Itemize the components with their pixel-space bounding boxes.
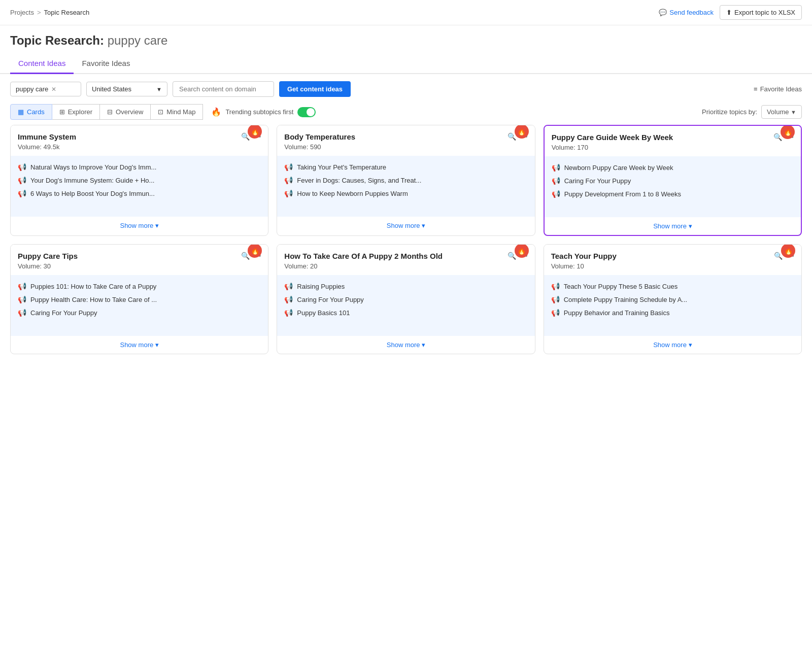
show-more-body-temperatures[interactable]: Show more ▾	[277, 217, 534, 234]
send-feedback-button[interactable]: 💬 Send feedback	[659, 9, 714, 16]
card-content-teach-your-puppy: 📢 Teach Your Puppy These 5 Basic Cues 📢 …	[544, 275, 801, 336]
card-content-how-to-take-care: 📢 Raising Puppies 📢 Caring For Your Pupp…	[277, 275, 534, 336]
card-volume-teach-your-puppy: Volume: 10	[551, 262, 794, 270]
explorer-icon: ⊞	[59, 108, 65, 116]
card-item: 📢 Puppy Basics 101	[284, 309, 527, 317]
card-content-puppy-care-tips: 📢 Puppies 101: How to Take Care of a Pup…	[11, 275, 268, 336]
show-more-puppy-care-guide[interactable]: Show more ▾	[545, 217, 801, 235]
page-header: Topic Research: puppy care	[0, 25, 812, 48]
card-title-body-temperatures: Body Temperatures	[284, 132, 507, 141]
card-content-body-temperatures: 📢 Taking Your Pet's Temperature 📢 Fever …	[277, 156, 534, 217]
card-how-to-take-care: 🔥 How To Take Care Of A Puppy 2 Months O…	[277, 244, 535, 354]
trending-toggle-switch[interactable]	[297, 107, 316, 117]
breadcrumb-current: Topic Research	[44, 9, 90, 16]
breadcrumb: Projects > Topic Research	[10, 9, 89, 16]
country-selector[interactable]: United States ▼	[86, 82, 167, 96]
card-header-teach-your-puppy: Teach Your Puppy 🔍 ••• Volume: 10	[544, 245, 801, 275]
card-item: 📢 Natural Ways to Improve Your Dog's Imm…	[18, 163, 261, 171]
keyword-input[interactable]: puppy care ✕	[10, 82, 81, 96]
trending-toggle: 🔥 Trending subtopics first	[211, 107, 316, 117]
show-more-teach-your-puppy[interactable]: Show more ▾	[544, 336, 801, 354]
card-content-immune-system: 📢 Natural Ways to Improve Your Dog's Imm…	[11, 156, 268, 217]
card-title-how-to-take-care: How To Take Care Of A Puppy 2 Months Old	[284, 252, 507, 260]
card-header-immune-system: Immune System 🔍 ••• Volume: 49.5k	[11, 125, 268, 156]
megaphone-icon: 📢	[284, 282, 293, 290]
card-teach-your-puppy: 🔥 Teach Your Puppy 🔍 ••• Volume: 10 📢 Te…	[544, 244, 802, 354]
top-bar: Projects > Topic Research 💬 Send feedbac…	[0, 0, 812, 25]
prioritize-volume-select[interactable]: Volume ▼	[761, 105, 802, 119]
export-button[interactable]: ⬆ Export topic to XLSX	[720, 5, 802, 20]
show-more-puppy-care-tips[interactable]: Show more ▾	[11, 336, 268, 354]
megaphone-icon: 📢	[551, 295, 560, 303]
get-ideas-button[interactable]: Get content ideas	[279, 81, 351, 97]
card-content-puppy-care-guide: 📢 Newborn Puppy Care Week by Week 📢 Cari…	[545, 156, 801, 217]
fire-badge-how-to-take-care: 🔥	[515, 244, 529, 258]
card-item: 📢 Your Dog's Immune System: Guide + Ho..…	[18, 176, 261, 184]
card-item: 📢 Puppy Behavior and Training Basics	[551, 309, 794, 317]
overview-icon: ⊟	[107, 108, 113, 116]
card-volume-puppy-care-tips: Volume: 30	[18, 262, 261, 270]
fire-badge-body-temperatures: 🔥	[515, 125, 529, 139]
controls-bar: puppy care ✕ United States ▼ Get content…	[0, 74, 812, 104]
card-title-immune-system: Immune System	[18, 132, 241, 141]
tab-favorite-ideas[interactable]: Favorite Ideas	[74, 54, 138, 74]
domain-search-input[interactable]	[173, 81, 274, 97]
card-title-puppy-care-tips: Puppy Care Tips	[18, 252, 241, 260]
card-volume-how-to-take-care: Volume: 20	[284, 262, 527, 270]
megaphone-icon: 📢	[552, 190, 560, 198]
show-more-immune-system[interactable]: Show more ▾	[11, 217, 268, 234]
card-volume-immune-system: Volume: 49.5k	[18, 143, 261, 151]
megaphone-icon: 📢	[551, 309, 560, 317]
card-immune-system: 🔥 Immune System 🔍 ••• Volume: 49.5k 📢 Na…	[10, 125, 268, 236]
fire-badge-teach-your-puppy: 🔥	[781, 244, 795, 258]
list-icon: ≡	[754, 85, 758, 93]
cards-grid: 🔥 Immune System 🔍 ••• Volume: 49.5k 📢 Na…	[0, 125, 812, 364]
view-explorer-button[interactable]: ⊞ Explorer	[52, 104, 100, 120]
megaphone-icon: 📢	[284, 295, 293, 303]
card-title-puppy-care-guide: Puppy Care Guide Week By Week	[552, 133, 774, 142]
card-item: 📢 Newborn Puppy Care Week by Week	[552, 163, 794, 172]
card-volume-puppy-care-guide: Volume: 170	[552, 144, 794, 151]
card-item: 📢 Fever in Dogs: Causes, Signs, and Trea…	[284, 176, 527, 184]
megaphone-icon: 📢	[18, 163, 26, 171]
card-item: 📢 Puppies 101: How to Take Care of a Pup…	[18, 282, 261, 290]
view-switcher-bar: ▦ Cards ⊞ Explorer ⊟ Overview ⊡ Mind Map…	[0, 104, 812, 125]
feedback-icon: 💬	[659, 9, 667, 16]
megaphone-icon: 📢	[552, 177, 560, 185]
show-more-how-to-take-care[interactable]: Show more ▾	[277, 336, 534, 354]
prioritize-bar: Prioritize topics by: Volume ▼	[702, 105, 802, 119]
megaphone-icon: 📢	[284, 309, 293, 317]
fire-badge-puppy-care-guide: 🔥	[781, 125, 795, 139]
card-puppy-care-tips: 🔥 Puppy Care Tips 🔍 ••• Volume: 30 📢 Pup…	[10, 244, 268, 354]
card-item: 📢 Puppy Development From 1 to 8 Weeks	[552, 190, 794, 198]
view-cards-button[interactable]: ▦ Cards	[10, 104, 52, 120]
chevron-down-icon: ▼	[156, 86, 162, 92]
card-header-body-temperatures: Body Temperatures 🔍 ••• Volume: 590	[277, 125, 534, 156]
megaphone-icon: 📢	[18, 176, 26, 184]
card-header-how-to-take-care: How To Take Care Of A Puppy 2 Months Old…	[277, 245, 534, 275]
card-puppy-care-guide: 🔥 Puppy Care Guide Week By Week 🔍 ••• Vo…	[544, 125, 802, 236]
view-mindmap-button[interactable]: ⊡ Mind Map	[151, 104, 203, 120]
chevron-down-volume-icon: ▼	[791, 109, 796, 115]
view-overview-button[interactable]: ⊟ Overview	[100, 104, 151, 120]
breadcrumb-projects[interactable]: Projects	[10, 9, 34, 16]
card-item: 📢 6 Ways to Help Boost Your Dog's Immun.…	[18, 189, 261, 197]
megaphone-icon: 📢	[284, 176, 293, 184]
card-title-teach-your-puppy: Teach Your Puppy	[551, 252, 774, 260]
page-title: Topic Research: puppy care	[10, 33, 802, 48]
megaphone-icon: 📢	[18, 282, 26, 290]
card-item: 📢 Caring For Your Puppy	[18, 309, 261, 317]
clear-keyword-icon[interactable]: ✕	[51, 86, 56, 93]
card-volume-body-temperatures: Volume: 590	[284, 143, 527, 151]
export-icon: ⬆	[726, 9, 732, 16]
megaphone-icon: 📢	[18, 295, 26, 303]
megaphone-icon: 📢	[18, 189, 26, 197]
top-actions: 💬 Send feedback ⬆ Export topic to XLSX	[659, 5, 802, 20]
favorite-ideas-link[interactable]: ≡ Favorite Ideas	[754, 85, 802, 93]
card-body-temperatures: 🔥 Body Temperatures 🔍 ••• Volume: 590 📢 …	[277, 125, 535, 236]
mindmap-icon: ⊡	[158, 108, 163, 116]
card-item: 📢 Raising Puppies	[284, 282, 527, 290]
tabs-bar: Content Ideas Favorite Ideas	[0, 54, 812, 74]
tab-content-ideas[interactable]: Content Ideas	[10, 54, 74, 74]
megaphone-icon: 📢	[551, 282, 560, 290]
